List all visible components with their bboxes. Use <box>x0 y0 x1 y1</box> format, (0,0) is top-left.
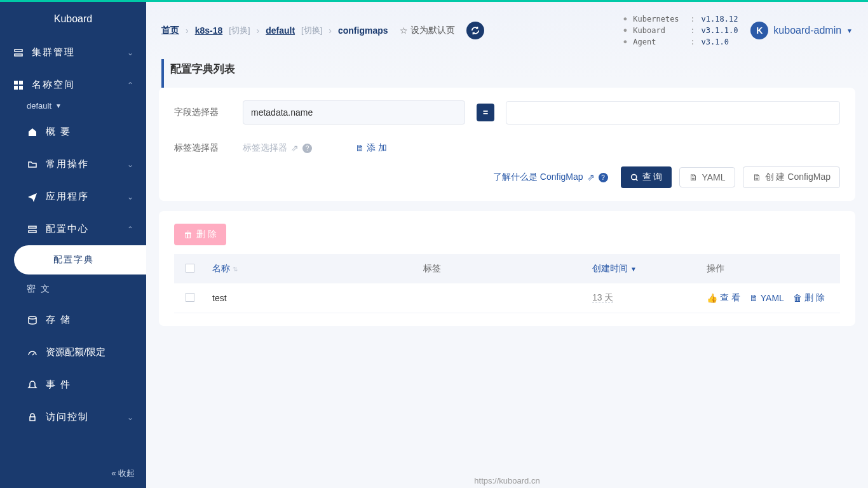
breadcrumb: 首页 › k8s-18 [切换] › default [切换] › config… <box>161 22 624 39</box>
chevron-down-icon: ⌄ <box>127 160 133 169</box>
sidebar-item-events[interactable]: 事 件 <box>27 369 146 401</box>
row-name[interactable]: test <box>212 293 227 303</box>
star-icon: ☆ <box>400 25 408 36</box>
caret-down-icon: ▼ <box>846 27 853 34</box>
breadcrumb-cluster[interactable]: k8s-18 <box>195 25 223 36</box>
sidebar-item-configmap[interactable]: 配置字典 <box>14 245 146 274</box>
breadcrumb-resource: configmaps <box>338 25 388 36</box>
chevron-up-icon: ⌃ <box>127 225 133 234</box>
svg-point-8 <box>29 316 36 319</box>
svg-point-10 <box>631 174 636 179</box>
chevron-down-icon: ⌄ <box>127 48 133 57</box>
query-button[interactable]: 查 询 <box>621 166 672 188</box>
svg-rect-5 <box>19 86 23 90</box>
stack-icon <box>27 224 38 235</box>
field-selector-dropdown[interactable]: metadata.name <box>243 100 465 125</box>
header: 首页 › k8s-18 [切换] › default [切换] › config… <box>146 2 868 59</box>
external-link-icon: ⇗ <box>587 172 595 182</box>
svg-rect-1 <box>15 54 22 56</box>
table-panel: 🗑 删 除 名称⇅ 标签 创建时间▼ 操作 test 13 天 <box>159 211 855 326</box>
chevron-right-icon: › <box>329 25 332 36</box>
version-info: ●Kubernetes:v1.18.12 ●Kuboard:v3.1.1.0 ●… <box>624 13 738 48</box>
database-icon <box>27 315 38 326</box>
breadcrumb-home[interactable]: 首页 <box>161 25 179 36</box>
set-default-page[interactable]: ☆ 设为默认页 <box>400 25 455 36</box>
thumb-icon: 👍 <box>707 293 717 303</box>
row-yaml-button[interactable]: 🗎YAML <box>749 293 784 303</box>
switch-namespace[interactable]: [切换] <box>301 25 322 36</box>
external-link-icon: ⇗ <box>291 143 299 153</box>
chevron-down-icon: ⌄ <box>127 413 133 422</box>
field-selector-label: 字段选择器 <box>174 107 231 118</box>
create-configmap-button[interactable]: 🗎 创 建 ConfigMap <box>743 166 840 188</box>
avatar: K <box>750 22 768 39</box>
sidebar-item-apps[interactable]: 应用程序 ⌄ <box>27 180 146 213</box>
folder-icon <box>27 159 38 170</box>
add-tag-button[interactable]: 🗎 添 加 <box>355 142 387 154</box>
caret-down-icon: ▼ <box>55 102 62 109</box>
chevron-down-icon: ⌄ <box>127 193 133 201</box>
file-plus-icon: 🗎 <box>752 172 761 182</box>
help-icon: ? <box>302 144 312 153</box>
switch-cluster[interactable]: [切换] <box>229 25 250 36</box>
select-all-checkbox[interactable] <box>186 264 194 273</box>
learn-configmap-link[interactable]: 了解什么是 ConfigMap ⇗ ? <box>493 172 608 183</box>
trash-icon: 🗑 <box>184 229 193 240</box>
sidebar-item-secret[interactable]: 密 文 <box>27 274 146 304</box>
refresh-button[interactable] <box>466 22 484 39</box>
breadcrumb-namespace[interactable]: default <box>266 25 295 36</box>
sidebar: Kuboard 集群管理 ⌄ 名称空间 ⌃ default ▼ 概 要 常用操作… <box>0 2 146 488</box>
user-menu[interactable]: K kuboard-admin ▼ <box>750 22 853 39</box>
svg-rect-0 <box>15 50 22 51</box>
file-icon: 🗎 <box>749 293 758 303</box>
row-delete-button[interactable]: 🗑删 除 <box>793 292 825 304</box>
col-ops: 操作 <box>700 254 840 283</box>
tag-selector-label: 标签选择器 <box>174 142 231 154</box>
gauge-icon <box>27 347 38 358</box>
sidebar-collapse[interactable]: « 收起 <box>111 468 135 479</box>
yaml-button[interactable]: 🗎 YAML <box>679 167 735 187</box>
home-icon <box>27 126 38 138</box>
trash-icon: 🗑 <box>793 293 802 303</box>
sidebar-item-access[interactable]: 访问控制 ⌄ <box>27 401 146 433</box>
col-tags: 标签 <box>417 254 586 283</box>
operator-button[interactable]: = <box>477 104 494 121</box>
footer-url: https://kuboard.cn <box>474 476 539 485</box>
row-created: 13 天 <box>592 292 613 303</box>
grid-icon <box>13 79 24 91</box>
view-button[interactable]: 👍查 看 <box>707 292 740 304</box>
main-area: 首页 › k8s-18 [切换] › default [切换] › config… <box>146 2 868 488</box>
svg-rect-9 <box>30 417 35 421</box>
sidebar-item-cluster[interactable]: 集群管理 ⌄ <box>0 36 146 69</box>
chevron-right-icon: › <box>257 25 260 36</box>
chevron-up-icon: ⌃ <box>127 81 133 90</box>
col-created[interactable]: 创建时间▼ <box>586 254 700 283</box>
help-icon: ? <box>599 173 608 182</box>
file-icon: 🗎 <box>689 172 698 182</box>
page-title: 配置字典列表 <box>161 59 868 88</box>
row-checkbox[interactable] <box>186 293 194 302</box>
bell-icon <box>27 379 38 391</box>
plane-icon <box>27 191 38 203</box>
sidebar-item-storage[interactable]: 存 储 <box>27 304 146 336</box>
field-value-input[interactable] <box>506 101 840 125</box>
lock-icon <box>27 412 38 423</box>
namespace-selector[interactable]: default ▼ <box>0 101 146 111</box>
sidebar-item-common[interactable]: 常用操作 ⌄ <box>27 148 146 180</box>
svg-rect-2 <box>14 81 18 85</box>
sidebar-item-quota[interactable]: 资源配额/限定 <box>27 336 146 369</box>
app-logo[interactable]: Kuboard <box>0 2 146 36</box>
delete-selected-button[interactable]: 🗑 删 除 <box>174 224 226 245</box>
sidebar-item-config[interactable]: 配置中心 ⌃ <box>27 213 146 245</box>
tag-selector-button[interactable]: 标签选择器 ⇗ ? <box>243 142 312 154</box>
sidebar-item-namespace[interactable]: 名称空间 ⌃ <box>0 69 146 101</box>
table-row: test 13 天 👍查 看 🗎YAML 🗑删 除 <box>174 283 840 313</box>
sidebar-item-overview[interactable]: 概 要 <box>27 116 146 148</box>
svg-rect-6 <box>29 226 36 228</box>
svg-rect-7 <box>29 231 36 233</box>
filter-panel: 字段选择器 metadata.name = 标签选择器 标签选择器 ⇗ ? 🗎 … <box>159 88 855 201</box>
svg-rect-3 <box>19 81 23 85</box>
file-plus-icon: 🗎 <box>355 143 364 153</box>
configmap-table: 名称⇅ 标签 创建时间▼ 操作 test 13 天 👍查 看 🗎YAML 🗑删 … <box>174 254 840 313</box>
col-name[interactable]: 名称⇅ <box>206 254 417 283</box>
